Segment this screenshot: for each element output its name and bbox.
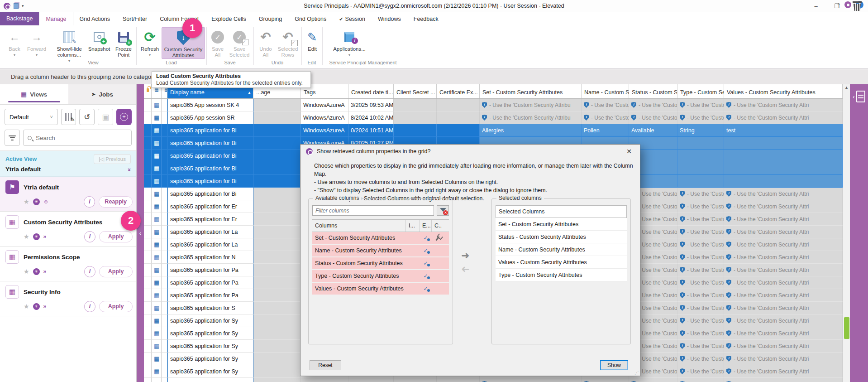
reset-button[interactable]: Reset (310, 360, 341, 370)
previous-button[interactable]: |◁ Previous (94, 154, 131, 164)
grid-column-header[interactable]: Values - Custom Security Attributes (724, 84, 843, 98)
window-title: Service Principals - AADMIN1@sygx2.onmic… (0, 3, 868, 9)
info-button[interactable]: i (84, 301, 95, 312)
collapse-chevrons-icon[interactable]: » (126, 168, 133, 170)
back-button[interactable]: ← Back▾ (4, 27, 25, 57)
trash-icon[interactable] (853, 2, 862, 12)
ribbon-tab[interactable]: Windows (372, 13, 407, 25)
minimize-button[interactable]: – (806, 0, 826, 12)
ribbon-tab[interactable]: Backstage (0, 12, 39, 25)
show-button[interactable]: Show (600, 360, 628, 370)
card-extra-icon[interactable]: ☺ (43, 198, 49, 205)
card-extra-icon[interactable]: » (43, 233, 47, 240)
selected-column-row[interactable]: Values - Custom Security Attributes (496, 256, 627, 269)
shield-info-icon: i (584, 115, 589, 121)
selected-column-row[interactable]: Set - Custom Security Attributes (496, 218, 627, 231)
ribbon-tab[interactable]: Grid Actions (73, 13, 116, 25)
available-column-row[interactable]: Name - Custom Security Attributes ✓ (312, 245, 449, 257)
snapshot-button[interactable]: + Snapshot (86, 27, 112, 52)
clear-filter-icon[interactable] (437, 205, 449, 216)
right-panel[interactable]: ‹ (850, 84, 868, 382)
search-box[interactable] (23, 130, 132, 146)
resize-grip[interactable]: ⋰ (634, 370, 639, 375)
ribbon-tab[interactable]: Explode Cells (205, 13, 252, 25)
info-button[interactable]: i (84, 196, 95, 208)
selected-column-row[interactable]: Type - Custom Security Attributes (496, 269, 627, 281)
sidebar-collapse-strip[interactable]: ‹ (137, 84, 144, 382)
search-input[interactable] (35, 134, 127, 142)
view-card[interactable]: ▦ Security Info ★ ✳ » i Apply (0, 281, 136, 316)
save-selected-button[interactable]: ✓ Save Selected (227, 27, 252, 58)
grid-row[interactable]: ▦sapio365 application for BiWindowsAzure… (144, 124, 843, 137)
undo-selected-rows-button[interactable]: ↶ Selected Rows (275, 27, 300, 58)
filter-button[interactable] (5, 130, 20, 146)
grouping-zone[interactable]: Drag a column header to this grouping zo… (0, 69, 868, 84)
add-view-button[interactable]: + (116, 109, 132, 125)
applications-button[interactable]: Applications...▾ (328, 27, 371, 57)
apply-button[interactable]: Reapply (99, 196, 133, 208)
edit-button[interactable]: ✎ Edit (303, 27, 321, 52)
ribbon-tab[interactable]: Sort/Filter (116, 13, 153, 25)
apply-button[interactable]: Apply (99, 266, 133, 277)
available-column-row[interactable]: Values - Custom Security Attributes ✓ (312, 283, 449, 295)
ribbon-tab[interactable]: Grouping (253, 13, 288, 25)
grid-column-header[interactable]: Set - Custom Security Attributes (480, 84, 582, 98)
grid-row[interactable]: ▦sapio365 application for Syi- Use the '… (144, 378, 843, 382)
info-button[interactable]: i (84, 231, 95, 242)
available-column-row[interactable]: Type - Custom Security Attributes ✓ (312, 270, 449, 283)
save-view-button[interactable]: ▣ (98, 109, 113, 125)
vertical-scrollbar[interactable]: ▲ (843, 84, 850, 382)
session-check-icon: ✔ (339, 16, 343, 22)
collapse-ribbon-icon[interactable]: ^ (838, 2, 840, 8)
ribbon-tab[interactable]: Manage (39, 12, 73, 25)
ribbon-tab[interactable]: Feedback (407, 13, 445, 25)
grid-column-header[interactable]: Created date ti... (348, 84, 394, 98)
selected-column-row[interactable]: Name - Custom Security Attributes (496, 243, 627, 256)
grid-column-header[interactable] (144, 84, 152, 98)
grid-row[interactable]: ▦sapio365 App session SRWindowsAzureA8/2… (144, 111, 843, 124)
show-hide-columns-button[interactable]: Show/Hide columns...▾ (52, 27, 86, 63)
star-icon[interactable]: ★ (24, 268, 29, 275)
grid-row[interactable]: ▦sapio365 App session SK 4WindowsAzureA3… (144, 99, 843, 111)
view-card[interactable]: ▦ Permissions Scope ★ ✳ » i Apply (0, 247, 136, 281)
tab-views[interactable]: ▦ Views (0, 84, 68, 104)
undo-all-button[interactable]: ↶ Undo All (256, 27, 275, 58)
column-properties-dialog: Show retrieved column properties in the … (300, 144, 640, 376)
forward-button[interactable]: → Forward▾ (25, 27, 48, 57)
star-icon[interactable]: ★ (24, 198, 29, 205)
ribbon-tab[interactable]: ✔ Session (333, 13, 372, 25)
dialog-title-bar[interactable]: Show retrieved column properties in the … (300, 145, 640, 158)
selected-column-row[interactable]: Status - Custom Security Attributes (496, 231, 627, 243)
apply-button[interactable]: Apply (99, 231, 133, 242)
scroll-up-icon[interactable]: ▲ (843, 84, 850, 91)
move-right-icon[interactable]: ➜ (461, 251, 469, 260)
info-button[interactable]: i (84, 266, 95, 277)
grid-column-header[interactable]: Name - Custom S... (582, 84, 629, 98)
ribbon-tab[interactable]: Grid Options (288, 13, 333, 25)
available-column-row[interactable]: Status - Custom Security Attributes ✓ (312, 257, 449, 270)
apply-button[interactable]: Apply (99, 301, 133, 312)
grid-column-header[interactable]: Status - Custom S... (629, 84, 677, 98)
reset-view-button[interactable]: ↺ (79, 109, 95, 125)
available-column-row[interactable]: Set - Custom Security Attributes ✓ (312, 232, 449, 245)
star-icon[interactable]: ★ (24, 233, 29, 240)
card-extra-icon[interactable]: » (43, 268, 47, 275)
view-card[interactable]: ⚑ Ytria default ★ ✳ ☺ i Reapply (0, 177, 136, 212)
refresh-button[interactable]: ⟳ Refresh▾ (138, 27, 161, 57)
save-all-button[interactable]: ✓ Save All (208, 27, 227, 58)
scrollbar-thumb[interactable] (844, 317, 849, 339)
edit-columns-button[interactable] (61, 109, 76, 125)
tab-jobs[interactable]: ➤ Jobs (68, 84, 137, 104)
dialog-close-icon[interactable]: ✕ (624, 147, 634, 156)
grid-column-header[interactable]: Type - Custom Se... (677, 84, 724, 98)
view-type-select[interactable]: Default ˅ (5, 109, 58, 125)
grid-column-header[interactable]: Client Secret ... (394, 84, 437, 98)
grid-column-header[interactable]: Certificate Ex... (437, 84, 480, 98)
filter-columns-input[interactable] (312, 205, 434, 216)
star-icon[interactable]: ★ (24, 303, 29, 310)
eye-icon[interactable] (844, 1, 851, 8)
freeze-point-button[interactable]: + Freeze Point (112, 27, 135, 58)
card-extra-icon[interactable]: » (43, 303, 47, 309)
view-card[interactable]: ▦ Custom Security Attributes ★ ✳ » i App… (0, 212, 136, 247)
move-left-icon[interactable]: ➜ (461, 265, 469, 274)
